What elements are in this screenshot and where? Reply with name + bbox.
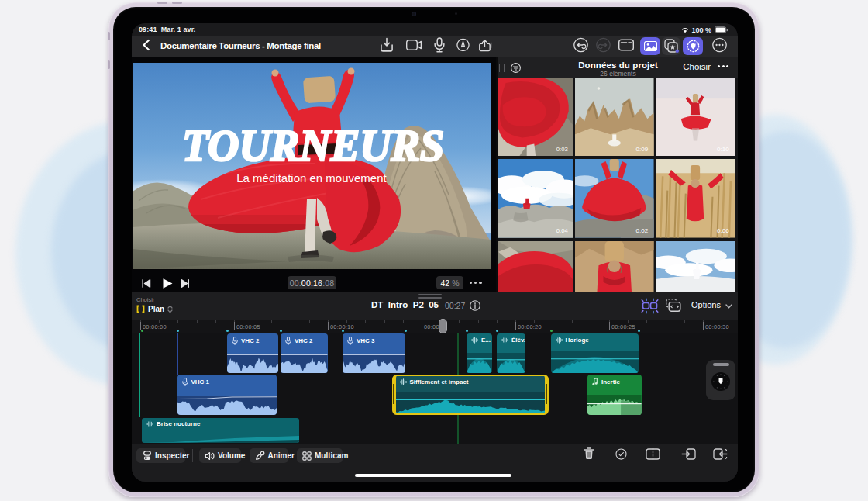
- svg-text:0:06: 0:06: [717, 227, 729, 234]
- svg-text:0:10: 0:10: [717, 146, 729, 153]
- svg-text:0:03: 0:03: [556, 146, 569, 153]
- svg-text:La méditation en mouvement: La méditation en mouvement: [236, 171, 387, 185]
- svg-text:0:09: 0:09: [636, 146, 649, 153]
- svg-text:0:02: 0:02: [636, 227, 649, 234]
- svg-text:TOURNEURS: TOURNEURS: [182, 122, 444, 170]
- svg-text:0:04: 0:04: [556, 227, 569, 234]
